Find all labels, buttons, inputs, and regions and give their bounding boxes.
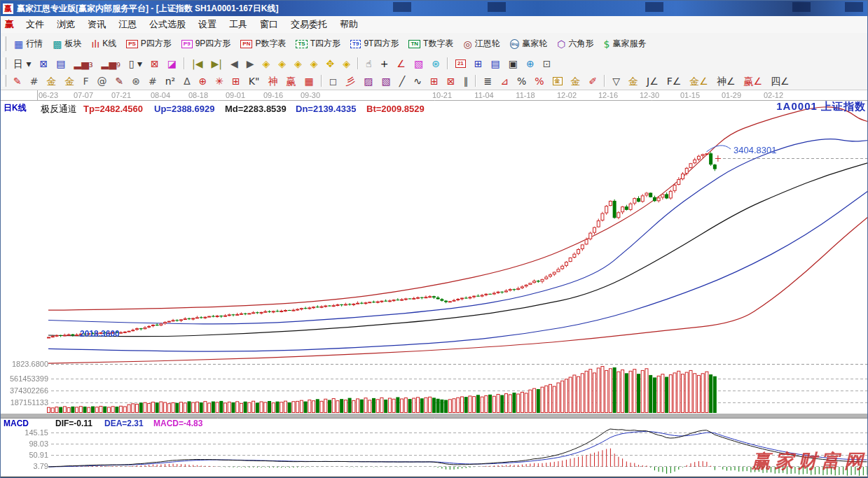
mirror-angle-tool[interactable]: ∆ xyxy=(180,74,193,88)
tool-p-table[interactable]: PNP数字表 xyxy=(236,36,290,52)
angle-ying-tool[interactable]: 赢∠ xyxy=(740,74,766,88)
spiral-tool[interactable]: @ xyxy=(94,74,111,88)
pen-red-tool[interactable]: ✎ xyxy=(10,74,25,88)
calendar-icon[interactable]: 21 xyxy=(452,57,469,70)
angle-j-tool[interactable]: J∠ xyxy=(643,74,662,88)
crosshair-tool[interactable]: + xyxy=(377,57,392,71)
star-web-tool[interactable]: ✳ xyxy=(212,74,227,88)
menu-item-2[interactable]: 资讯 xyxy=(81,17,112,31)
tool-t-table[interactable]: TNT数字表 xyxy=(404,36,457,52)
gold-circle-tool[interactable]: 金 xyxy=(549,75,566,87)
tool-t-square[interactable]: TST四方形 xyxy=(291,36,345,52)
marker-pen-tool[interactable]: ✎ xyxy=(112,74,128,88)
ying-grid-tool[interactable]: 赢 xyxy=(282,74,299,88)
doc-edit-icon[interactable]: ▤ xyxy=(488,57,504,71)
grid-red-tool[interactable]: ⊞ xyxy=(427,74,442,88)
box-frame-tool[interactable]: ◻ xyxy=(326,74,341,88)
menu-item-6[interactable]: 工具 xyxy=(223,17,254,31)
tool-winner-service[interactable]: $赢家服务 xyxy=(600,36,651,52)
tool-p-square[interactable]: PSP四方形 xyxy=(122,36,176,52)
indicator-name[interactable]: 极反通道 xyxy=(41,103,77,115)
menu-item-9[interactable]: 帮助 xyxy=(333,17,364,31)
period-label[interactable]: 日K线 xyxy=(4,102,27,114)
menu-item-0[interactable]: 文件 xyxy=(20,17,50,31)
diamond-star-icon[interactable]: ✥ xyxy=(323,57,338,71)
k-quote-tool[interactable]: K" xyxy=(245,74,263,88)
brush-red-tool[interactable]: ✐ xyxy=(586,74,601,88)
tool-sectors[interactable]: ▩板块 xyxy=(48,36,85,52)
wave-tool[interactable]: ∿ xyxy=(410,74,425,88)
gold-line-tool[interactable]: 金 xyxy=(567,74,584,88)
tool-hexagon[interactable]: ⬡六角形 xyxy=(553,36,598,52)
cup-tool[interactable]: ▽ xyxy=(609,74,624,88)
toolbar-grip[interactable] xyxy=(3,75,6,87)
diamond-right-icon[interactable]: ◈ xyxy=(275,57,289,71)
note-icon[interactable]: ▤ xyxy=(53,57,69,71)
menu-item-8[interactable]: 交易委托 xyxy=(284,17,333,31)
period-day-dropdown[interactable]: 日 ▾ xyxy=(10,57,34,71)
tool-9t-square[interactable]: T99T四方形 xyxy=(346,36,403,52)
range-box-icon[interactable]: ⊠ xyxy=(147,57,163,71)
fan-box-tool[interactable]: ▨ xyxy=(360,74,376,88)
menu-item-1[interactable]: 浏览 xyxy=(50,17,81,31)
trend-line-tool[interactable]: ╱ xyxy=(396,74,408,88)
comb2-grid-tool[interactable]: # xyxy=(145,74,160,88)
gold-under-tool[interactable]: 金 xyxy=(625,74,642,88)
zigzag-icon[interactable]: ⊠ xyxy=(36,57,51,71)
target-tool[interactable]: ⊕ xyxy=(195,74,211,88)
tool-gann-wheel[interactable]: ◎江恩轮 xyxy=(459,36,504,52)
nav-next-button[interactable]: ▶ xyxy=(243,57,258,71)
time-wheel-tool[interactable]: ⊛ xyxy=(128,74,144,88)
chart-3-icon[interactable]: ▂▅₃ xyxy=(70,57,96,71)
volume-profile-icon[interactable]: ◪ xyxy=(164,57,180,71)
comb-grid-tool[interactable]: # xyxy=(27,74,42,88)
export-pc-icon[interactable]: ⊡ xyxy=(539,57,555,71)
fan-lines-tool[interactable]: 彡 xyxy=(342,74,359,88)
gold-grid2-tool[interactable]: 金 xyxy=(61,74,78,88)
nav-first-button[interactable]: |◀ xyxy=(188,57,206,71)
diamond-hswap-icon[interactable]: ◈ xyxy=(291,57,305,71)
tool-9p-square[interactable]: P99P四方形 xyxy=(177,36,235,52)
save-icon[interactable]: ▣ xyxy=(505,57,521,71)
percent-line-tool[interactable]: % xyxy=(531,74,547,88)
percent-tool[interactable]: % xyxy=(514,74,530,88)
fan-box2-tool[interactable]: ▧ xyxy=(378,74,394,88)
swirl-tool[interactable]: ⊛ xyxy=(428,57,443,71)
diamond-left-icon[interactable]: ◈ xyxy=(259,57,273,71)
gold-grid-tool[interactable]: 金 xyxy=(43,74,60,88)
angle-si-tool[interactable]: 四∠ xyxy=(767,74,793,88)
tool-kline[interactable]: ılıK线 xyxy=(87,36,120,52)
tool-quotes[interactable]: ▦行情 xyxy=(10,36,47,52)
angle-pct-tool[interactable]: ⊿ xyxy=(497,74,512,88)
toolbar-grip[interactable] xyxy=(3,57,6,70)
angle-pen-tool[interactable]: ∠ xyxy=(393,57,409,71)
menu-item-7[interactable]: 窗口 xyxy=(254,17,284,31)
grid-web-tool[interactable]: ⊞ xyxy=(228,74,244,88)
gann-shape-tool[interactable]: ▧ xyxy=(411,57,427,71)
hand-tool[interactable]: ☝ xyxy=(362,57,376,71)
calculator-icon[interactable]: ⊞ xyxy=(471,57,486,71)
grid-red2-tool[interactable]: ⊠ xyxy=(443,74,459,88)
measure-bars-tool[interactable]: ≣ xyxy=(480,74,495,88)
nav-prev-button[interactable]: ◀ xyxy=(227,57,242,71)
chart-9-icon[interactable]: ▂▅₉ xyxy=(98,57,124,71)
f-grid-tool[interactable]: F xyxy=(79,74,92,88)
parallel-tool[interactable]: ∥ xyxy=(460,74,471,88)
angle-gold-tool[interactable]: 金∠ xyxy=(686,74,712,88)
tool-winner-wheel[interactable]: Big赢家轮 xyxy=(506,36,552,52)
angle-shen-tool[interactable]: 神∠ xyxy=(713,74,739,88)
candle-style-dropdown[interactable]: ▯ ▾ xyxy=(125,57,146,71)
nav-last-button[interactable]: ▶| xyxy=(207,57,225,71)
app-logo-icon: 赢 xyxy=(5,18,14,31)
menu-item-4[interactable]: 公式选股 xyxy=(143,17,192,31)
diamond-cross-icon[interactable]: ◈ xyxy=(307,57,322,71)
export-web-icon[interactable]: ⊕ xyxy=(523,57,538,71)
menu-item-3[interactable]: 江恩 xyxy=(112,17,143,31)
angle-f-tool[interactable]: F∠ xyxy=(663,74,685,88)
menu-item-5[interactable]: 设置 xyxy=(192,17,223,31)
shen-grid-tool[interactable]: 神 xyxy=(264,74,281,88)
price-grid-tool[interactable]: ▦ xyxy=(301,74,317,88)
n-squared-tool[interactable]: n² xyxy=(162,74,179,88)
toolbar-grip[interactable] xyxy=(3,36,6,52)
diamond-center-icon[interactable]: ◈ xyxy=(339,57,354,71)
